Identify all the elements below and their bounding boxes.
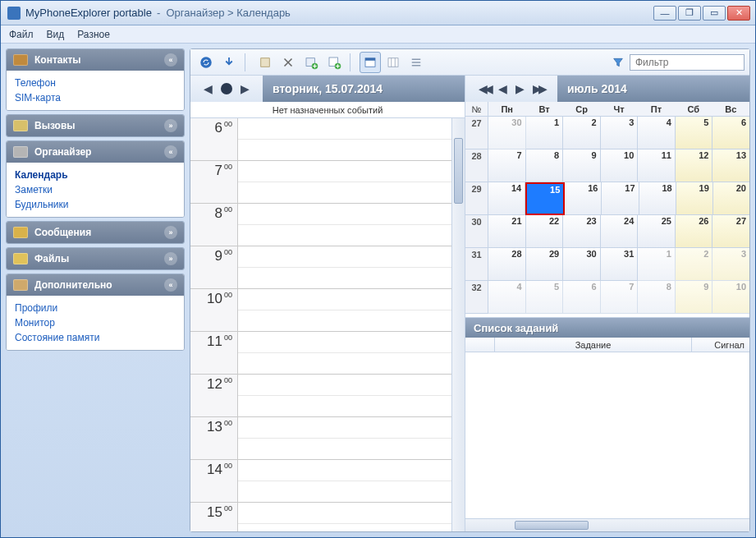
scroll-thumb[interactable] <box>515 521 589 530</box>
hour-row[interactable]: 1200 <box>190 375 451 417</box>
hour-row[interactable]: 1100 <box>190 332 451 375</box>
hour-cell[interactable] <box>238 460 451 502</box>
hours-grid[interactable]: 600700800900100011001200130014001500 <box>190 118 451 531</box>
month-day[interactable]: 12 <box>676 149 713 182</box>
add-task-button[interactable] <box>323 52 345 73</box>
month-day[interactable]: 4 <box>488 281 526 314</box>
prev-year-button[interactable]: ◀◀ <box>479 82 490 95</box>
hour-cell[interactable] <box>238 503 451 531</box>
month-day[interactable]: 3 <box>712 248 749 281</box>
month-day[interactable]: 2 <box>676 248 713 281</box>
month-day[interactable]: 17 <box>602 182 639 215</box>
prev-day-button[interactable]: ◀ <box>204 82 213 95</box>
month-day[interactable]: 1 <box>526 117 564 149</box>
month-day[interactable]: 20 <box>713 182 749 215</box>
acc-contacts-head[interactable]: Контакты « <box>7 49 184 71</box>
sidebar-item-monitor[interactable]: Монитор <box>15 315 176 330</box>
month-day[interactable]: 3 <box>601 117 639 149</box>
today-button[interactable] <box>221 83 232 94</box>
hour-cell[interactable] <box>238 161 451 203</box>
view-list-button[interactable] <box>405 52 427 73</box>
prev-month-button[interactable]: ◀ <box>498 82 507 95</box>
next-day-button[interactable]: ▶ <box>241 82 250 95</box>
month-day[interactable]: 5 <box>676 117 713 149</box>
next-month-button[interactable]: ▶ <box>515 82 525 95</box>
month-day[interactable]: 9 <box>676 281 713 314</box>
month-day[interactable]: 27 <box>712 215 749 248</box>
month-day[interactable]: 21 <box>488 215 526 248</box>
filter-input[interactable] <box>630 54 745 71</box>
month-day[interactable]: 29 <box>526 248 564 281</box>
hour-row[interactable]: 700 <box>190 161 451 204</box>
cut-button[interactable] <box>277 52 299 73</box>
hour-row[interactable]: 600 <box>190 118 451 161</box>
download-button[interactable] <box>218 52 240 73</box>
close-button[interactable]: ✕ <box>727 6 750 21</box>
month-day[interactable]: 24 <box>601 215 639 248</box>
acc-calls-head[interactable]: Вызовы » <box>7 115 184 136</box>
sidebar-item-notes[interactable]: Заметки <box>15 182 176 197</box>
sidebar-item-profiles[interactable]: Профили <box>15 301 176 315</box>
sidebar-item-sim[interactable]: SIM-карта <box>15 90 176 105</box>
tasks-col-task[interactable]: Задание <box>495 338 692 352</box>
hour-row[interactable]: 800 <box>190 204 451 246</box>
view-day-button[interactable] <box>360 52 381 73</box>
month-day[interactable]: 6 <box>563 281 601 314</box>
acc-extra-head[interactable]: Дополнительно « <box>7 274 184 296</box>
add-event-button[interactable] <box>300 52 322 73</box>
month-day[interactable]: 26 <box>676 215 713 248</box>
month-day[interactable]: 18 <box>639 182 676 215</box>
month-day[interactable]: 10 <box>712 281 749 314</box>
month-day[interactable]: 30 <box>563 248 601 281</box>
month-day[interactable]: 13 <box>712 149 749 182</box>
menu-misc[interactable]: Разное <box>77 29 110 40</box>
next-year-button[interactable]: ▶▶ <box>533 82 544 95</box>
month-day[interactable]: 30 <box>488 117 526 149</box>
month-day[interactable]: 8 <box>638 281 676 314</box>
hour-cell[interactable] <box>238 375 451 416</box>
vertical-scrollbar[interactable] <box>451 118 465 531</box>
month-day[interactable]: 31 <box>601 248 639 281</box>
month-day[interactable]: 1 <box>638 248 676 281</box>
month-day[interactable]: 2 <box>563 117 601 149</box>
month-day[interactable]: 25 <box>638 215 676 248</box>
hour-row[interactable]: 1500 <box>190 503 451 531</box>
hour-cell[interactable] <box>238 289 451 331</box>
month-day[interactable]: 8 <box>526 149 564 182</box>
month-day[interactable]: 7 <box>488 149 526 182</box>
hour-row[interactable]: 900 <box>190 246 451 289</box>
month-day[interactable]: 15 <box>525 182 565 215</box>
minimize-button[interactable]: — <box>653 6 676 21</box>
acc-messages-head[interactable]: Сообщения » <box>7 222 184 243</box>
view-week-button[interactable] <box>383 52 404 73</box>
hour-row[interactable]: 1000 <box>190 289 451 332</box>
menu-view[interactable]: Вид <box>47 29 65 40</box>
month-day[interactable]: 7 <box>601 281 639 314</box>
hour-cell[interactable] <box>238 246 451 288</box>
month-day[interactable]: 14 <box>488 182 525 215</box>
month-day[interactable]: 19 <box>676 182 713 215</box>
sidebar-item-memory[interactable]: Состояние памяти <box>15 330 176 345</box>
hour-row[interactable]: 1400 <box>190 460 451 503</box>
hour-cell[interactable] <box>238 204 451 246</box>
month-day[interactable]: 9 <box>563 149 601 182</box>
month-day[interactable]: 16 <box>565 182 602 215</box>
month-day[interactable]: 10 <box>601 149 639 182</box>
sync-button[interactable] <box>195 52 217 73</box>
menu-file[interactable]: Файл <box>9 29 34 40</box>
hour-cell[interactable] <box>238 118 451 160</box>
hour-row[interactable]: 1300 <box>190 417 451 460</box>
hour-cell[interactable] <box>238 417 451 459</box>
edit-button[interactable] <box>254 52 276 73</box>
sidebar-item-alarms[interactable]: Будильники <box>15 197 176 212</box>
tasks-col-check[interactable] <box>465 338 495 352</box>
restore-button[interactable]: ❐ <box>678 6 701 21</box>
month-day[interactable]: 6 <box>712 117 749 149</box>
scroll-thumb[interactable] <box>454 138 463 204</box>
month-day[interactable]: 23 <box>563 215 601 248</box>
maximize-button[interactable]: ▭ <box>703 6 726 21</box>
tasks-body[interactable] <box>465 352 749 518</box>
month-day[interactable]: 5 <box>526 281 564 314</box>
month-day[interactable]: 4 <box>638 117 676 149</box>
acc-files-head[interactable]: Файлы » <box>7 248 184 269</box>
